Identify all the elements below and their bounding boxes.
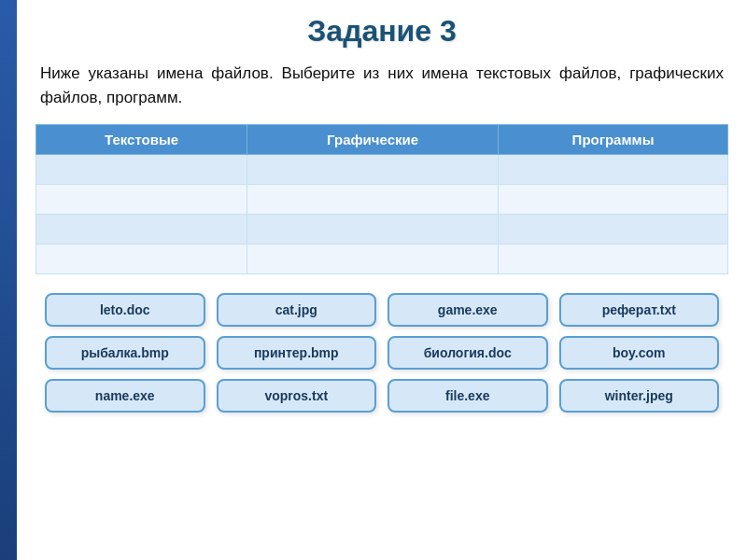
main-content: Задание 3 Ниже указаны имена файлов. Выб…	[17, 0, 747, 560]
table-cell-r0-c1[interactable]	[247, 155, 499, 185]
description-text: Ниже указаны имена файлов. Выберите из н…	[35, 62, 728, 109]
file-button-biology-doc[interactable]: биология.doc	[388, 336, 548, 370]
table-cell-r1-c1[interactable]	[247, 185, 499, 215]
table-cell-r0-c0[interactable]	[36, 155, 247, 185]
file-button-name-exe[interactable]: name.exe	[45, 379, 205, 413]
file-button-file-exe[interactable]: file.exe	[388, 379, 548, 413]
file-button-cat-jpg[interactable]: cat.jpg	[217, 293, 377, 327]
file-button-vopros-txt[interactable]: vopros.txt	[217, 379, 377, 413]
classification-table: Текстовые Графические Программы	[35, 124, 728, 274]
file-button-leto-doc[interactable]: leto.doc	[45, 293, 205, 327]
table-cell-r3-c2[interactable]	[499, 245, 728, 274]
table-cell-r2-c2[interactable]	[499, 215, 728, 245]
col-header-text: Текстовые	[36, 125, 247, 155]
table-cell-r0-c2[interactable]	[499, 155, 728, 185]
file-button-boy-com[interactable]: boy.com	[559, 336, 720, 370]
col-header-graphic: Графические	[247, 125, 499, 155]
file-button-referat-txt[interactable]: реферат.txt	[559, 293, 720, 327]
page-title: Задание 3	[35, 14, 728, 49]
table-cell-r1-c2[interactable]	[499, 185, 728, 215]
table-cell-r2-c1[interactable]	[247, 215, 499, 245]
table-cell-r3-c1[interactable]	[247, 245, 499, 274]
table-cell-r1-c0[interactable]	[36, 185, 247, 215]
file-button-rybalka-bmp[interactable]: рыбалка.bmp	[45, 336, 205, 370]
left-sidebar-bar	[0, 0, 17, 560]
table-cell-r3-c0[interactable]	[36, 245, 247, 274]
file-button-winter-jpeg[interactable]: winter.jpeg	[559, 379, 720, 413]
file-button-game-exe[interactable]: game.exe	[388, 293, 548, 327]
file-button-printer-bmp[interactable]: принтер.bmp	[217, 336, 377, 370]
file-buttons-area: leto.doccat.jpggame.exeреферат.txtрыбалк…	[35, 293, 728, 413]
table-cell-r2-c0[interactable]	[36, 215, 247, 245]
col-header-programs: Программы	[499, 125, 728, 155]
